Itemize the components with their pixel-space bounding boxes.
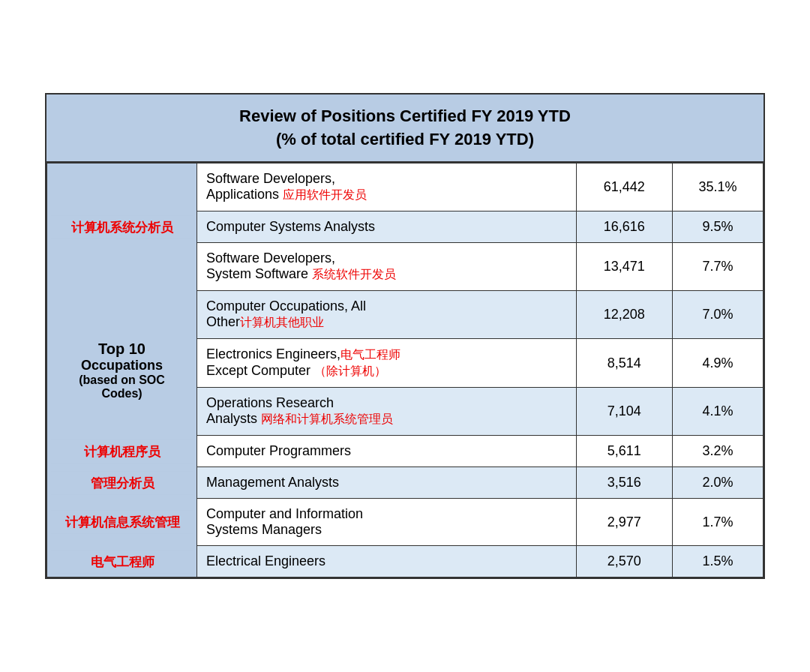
percent-cell-7: 3.2% (672, 436, 763, 467)
based-label: (based on SOC (53, 374, 190, 387)
number-cell-6: 7,104 (576, 388, 672, 436)
occupation-main: Computer and InformationSystems Managers (206, 506, 363, 537)
number-cell-3: 13,471 (576, 243, 672, 291)
occupation-main: Computer Systems Analysts (206, 219, 375, 234)
occupation-cell-8: 管理分析员 Management Analysts (197, 467, 577, 499)
occupation-chinese: 应用软件开发员 (283, 188, 367, 201)
occupation-cell-2: 计算机系统分析员 Computer Systems Analysts (197, 212, 577, 243)
number-cell-10: 2,570 (576, 546, 672, 578)
table-row: 电气工程师 Electrical Engineers 2,570 1.5% (47, 546, 764, 578)
occupation-cell-4: Computer Occupations, AllOther计算机其他职业 (197, 291, 577, 339)
occupation-main: Electrical Engineers (206, 554, 326, 568)
occupation-cell-3: Software Developers,System Software 系统软件… (197, 243, 577, 291)
percent-cell-1: 35.1% (672, 164, 763, 212)
cn-side-7: 计算机程序员 (51, 440, 194, 463)
occupation-chinese: 电气工程师 (340, 348, 400, 361)
title-line1: Review of Positions Certified FY 2019 YT… (54, 105, 756, 128)
occupation-cell-9: 计算机信息系统管理 Computer and InformationSystem… (197, 499, 577, 546)
occupation-cell-5: Electronics Engineers,电气工程师Except Comput… (197, 339, 577, 388)
occupation-main: Management Analysts (206, 475, 339, 490)
occupation-main: Electronics Engineers, (206, 346, 340, 362)
number-cell-2: 16,616 (576, 212, 672, 243)
percent-cell-5: 4.9% (672, 339, 763, 388)
cn-side-8: 管理分析员 (51, 471, 194, 494)
occupation-chinese: 计算机其他职业 (240, 316, 324, 328)
occupation-cell-1: Software Developers,Applications 应用软件开发员 (197, 164, 577, 212)
percent-cell-9: 1.7% (672, 499, 763, 546)
number-cell-4: 12,208 (576, 291, 672, 339)
title-line2: (% of total certified FY 2019 YTD) (54, 128, 756, 152)
codes-label: Codes) (53, 387, 190, 400)
main-table-wrapper: Review of Positions Certified FY 2019 YT… (45, 93, 765, 580)
cn-side-10: 电气工程师 (51, 550, 194, 573)
percent-cell-8: 2.0% (672, 467, 763, 499)
table-title: Review of Positions Certified FY 2019 YT… (46, 94, 764, 164)
data-table: Top 10 Occupations (based on SOC Codes) … (46, 163, 764, 578)
occupation-sub: Except Computer (206, 363, 310, 378)
table-row: 计算机系统分析员 Computer Systems Analysts 16,61… (47, 212, 764, 243)
occupation-chinese: 网络和计算机系统管理员 (261, 412, 393, 425)
occupation-chinese2: （除计算机） (314, 364, 386, 377)
cn-side-9: 计算机信息系统管理 (51, 511, 194, 534)
percent-cell-3: 7.7% (672, 243, 763, 291)
number-cell-5: 8,514 (576, 339, 672, 388)
occupation-main: Computer Programmers (206, 443, 351, 458)
percent-cell-4: 7.0% (672, 291, 763, 339)
occupation-cell-10: 电气工程师 Electrical Engineers (197, 546, 577, 578)
number-cell-7: 5,611 (576, 436, 672, 467)
table-row: Top 10 Occupations (based on SOC Codes) … (47, 164, 764, 212)
percent-cell-6: 4.1% (672, 388, 763, 436)
number-cell-1: 61,442 (576, 164, 672, 212)
occupation-cell-6: Operations ResearchAnalysts 网络和计算机系统管理员 (197, 388, 577, 436)
number-cell-9: 2,977 (576, 499, 672, 546)
occupation-chinese: 系统软件开发员 (312, 268, 396, 280)
occupations-label: Occupations (53, 358, 190, 374)
occupation-cell-7: 计算机程序员 Computer Programmers (197, 436, 577, 467)
percent-cell-10: 1.5% (672, 546, 763, 578)
table-row: 管理分析员 Management Analysts 3,516 2.0% (47, 467, 764, 499)
number-cell-8: 3,516 (576, 467, 672, 499)
percent-cell-2: 9.5% (672, 212, 763, 243)
cn-side-2: 计算机系统分析员 (51, 215, 194, 238)
top10-label: Top 10 (53, 340, 190, 358)
table-row: 计算机程序员 Computer Programmers 5,611 3.2% (47, 436, 764, 467)
